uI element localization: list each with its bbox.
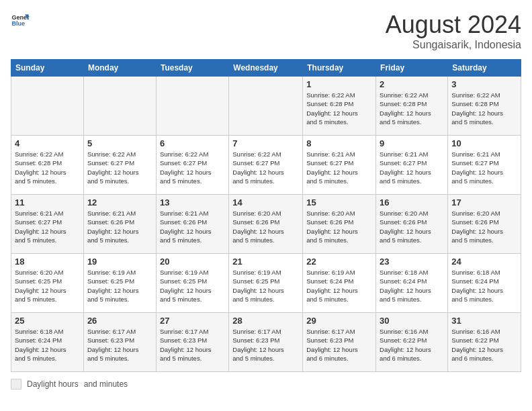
day-info: Sunrise: 6:22 AMSunset: 6:28 PMDaylight:…	[380, 91, 444, 126]
day-cell: 23Sunrise: 6:18 AMSunset: 6:24 PMDayligh…	[376, 254, 448, 313]
header-cell-saturday: Saturday	[448, 60, 521, 77]
day-cell: 17Sunrise: 6:20 AMSunset: 6:26 PMDayligh…	[448, 195, 521, 254]
footer-label1: Daylight hours	[27, 379, 79, 389]
day-cell: 8Sunrise: 6:21 AMSunset: 6:27 PMDaylight…	[303, 136, 376, 195]
day-number: 16	[380, 197, 444, 208]
day-cell: 12Sunrise: 6:21 AMSunset: 6:26 PMDayligh…	[83, 195, 156, 254]
day-cell: 13Sunrise: 6:21 AMSunset: 6:26 PMDayligh…	[156, 195, 228, 254]
day-cell: 24Sunrise: 6:18 AMSunset: 6:24 PMDayligh…	[448, 254, 521, 313]
logo: General Blue	[11, 11, 30, 30]
week-row-4: 18Sunrise: 6:20 AMSunset: 6:25 PMDayligh…	[11, 254, 521, 313]
day-number: 21	[232, 257, 299, 267]
day-info: Sunrise: 6:18 AMSunset: 6:24 PMDaylight:…	[15, 327, 80, 363]
day-cell: 29Sunrise: 6:17 AMSunset: 6:23 PMDayligh…	[303, 313, 376, 372]
day-info: Sunrise: 6:20 AMSunset: 6:26 PMDaylight:…	[380, 209, 444, 244]
day-info: Sunrise: 6:18 AMSunset: 6:24 PMDaylight:…	[380, 268, 444, 304]
week-row-2: 4Sunrise: 6:22 AMSunset: 6:28 PMDaylight…	[11, 136, 521, 195]
day-cell: 1Sunrise: 6:22 AMSunset: 6:28 PMDaylight…	[303, 77, 376, 136]
day-cell: 28Sunrise: 6:17 AMSunset: 6:23 PMDayligh…	[229, 313, 303, 372]
header-cell-friday: Friday	[376, 60, 448, 77]
day-cell: 5Sunrise: 6:22 AMSunset: 6:27 PMDaylight…	[83, 136, 156, 195]
day-info: Sunrise: 6:21 AMSunset: 6:26 PMDaylight:…	[87, 209, 152, 244]
calendar-title: August 2024	[386, 11, 521, 39]
day-cell: 30Sunrise: 6:16 AMSunset: 6:22 PMDayligh…	[376, 313, 448, 372]
day-cell: 18Sunrise: 6:20 AMSunset: 6:25 PMDayligh…	[11, 254, 84, 313]
day-info: Sunrise: 6:22 AMSunset: 6:27 PMDaylight:…	[160, 150, 225, 185]
day-info: Sunrise: 6:17 AMSunset: 6:23 PMDaylight:…	[87, 327, 152, 363]
day-info: Sunrise: 6:22 AMSunset: 6:27 PMDaylight:…	[232, 150, 299, 185]
day-number: 29	[306, 316, 372, 326]
day-cell: 20Sunrise: 6:19 AMSunset: 6:25 PMDayligh…	[156, 254, 228, 313]
header: General Blue August 2024 Sungaisarik, In…	[11, 11, 521, 51]
day-info: Sunrise: 6:21 AMSunset: 6:27 PMDaylight:…	[451, 150, 517, 185]
day-info: Sunrise: 6:17 AMSunset: 6:23 PMDaylight:…	[232, 327, 299, 363]
day-number: 13	[160, 197, 225, 208]
day-info: Sunrise: 6:22 AMSunset: 6:27 PMDaylight:…	[87, 150, 152, 185]
day-info: Sunrise: 6:20 AMSunset: 6:26 PMDaylight:…	[232, 209, 299, 244]
day-number: 5	[87, 138, 152, 148]
day-number: 14	[232, 197, 299, 208]
day-number: 4	[15, 138, 80, 148]
day-cell: 26Sunrise: 6:17 AMSunset: 6:23 PMDayligh…	[83, 313, 156, 372]
day-cell: 16Sunrise: 6:20 AMSunset: 6:26 PMDayligh…	[376, 195, 448, 254]
day-number: 8	[306, 138, 372, 148]
day-info: Sunrise: 6:21 AMSunset: 6:26 PMDaylight:…	[160, 209, 225, 244]
day-cell: 21Sunrise: 6:19 AMSunset: 6:25 PMDayligh…	[229, 254, 303, 313]
day-cell: 14Sunrise: 6:20 AMSunset: 6:26 PMDayligh…	[229, 195, 303, 254]
day-info: Sunrise: 6:17 AMSunset: 6:23 PMDaylight:…	[160, 327, 225, 363]
day-cell: 31Sunrise: 6:16 AMSunset: 6:22 PMDayligh…	[448, 313, 521, 372]
header-row: SundayMondayTuesdayWednesdayThursdayFrid…	[11, 60, 521, 77]
day-number: 11	[15, 197, 80, 208]
day-info: Sunrise: 6:19 AMSunset: 6:24 PMDaylight:…	[306, 268, 372, 304]
day-number: 17	[451, 197, 517, 208]
day-cell	[156, 77, 228, 136]
day-cell: 4Sunrise: 6:22 AMSunset: 6:28 PMDaylight…	[11, 136, 84, 195]
footer-label2: and minutes	[84, 379, 128, 389]
day-number: 31	[451, 316, 517, 326]
day-number: 28	[232, 316, 299, 326]
day-cell: 9Sunrise: 6:21 AMSunset: 6:27 PMDaylight…	[376, 136, 448, 195]
day-info: Sunrise: 6:18 AMSunset: 6:24 PMDaylight:…	[451, 268, 517, 304]
day-info: Sunrise: 6:20 AMSunset: 6:26 PMDaylight:…	[451, 209, 517, 244]
day-number: 7	[232, 138, 299, 148]
day-cell: 19Sunrise: 6:19 AMSunset: 6:25 PMDayligh…	[83, 254, 156, 313]
header-cell-thursday: Thursday	[303, 60, 376, 77]
header-cell-monday: Monday	[83, 60, 156, 77]
day-cell	[83, 77, 156, 136]
day-info: Sunrise: 6:20 AMSunset: 6:26 PMDaylight:…	[306, 209, 372, 244]
day-number: 10	[451, 138, 517, 148]
day-number: 9	[380, 138, 444, 148]
day-cell: 22Sunrise: 6:19 AMSunset: 6:24 PMDayligh…	[303, 254, 376, 313]
header-cell-sunday: Sunday	[11, 60, 84, 77]
week-row-5: 25Sunrise: 6:18 AMSunset: 6:24 PMDayligh…	[11, 313, 521, 372]
day-cell	[229, 77, 303, 136]
day-info: Sunrise: 6:22 AMSunset: 6:28 PMDaylight:…	[15, 150, 80, 185]
day-info: Sunrise: 6:22 AMSunset: 6:28 PMDaylight:…	[451, 91, 517, 126]
day-info: Sunrise: 6:21 AMSunset: 6:27 PMDaylight:…	[306, 150, 372, 185]
day-number: 18	[15, 257, 80, 267]
day-number: 27	[160, 316, 225, 326]
day-info: Sunrise: 6:22 AMSunset: 6:28 PMDaylight:…	[306, 91, 372, 126]
day-number: 19	[87, 257, 152, 267]
day-cell: 7Sunrise: 6:22 AMSunset: 6:27 PMDaylight…	[229, 136, 303, 195]
svg-text:Blue: Blue	[11, 20, 25, 27]
day-cell: 3Sunrise: 6:22 AMSunset: 6:28 PMDaylight…	[448, 77, 521, 136]
footer: Daylight hours and minutes	[11, 379, 521, 390]
day-cell: 27Sunrise: 6:17 AMSunset: 6:23 PMDayligh…	[156, 313, 228, 372]
day-info: Sunrise: 6:19 AMSunset: 6:25 PMDaylight:…	[87, 268, 152, 304]
day-number: 23	[380, 257, 444, 267]
day-cell: 11Sunrise: 6:21 AMSunset: 6:27 PMDayligh…	[11, 195, 84, 254]
day-cell: 25Sunrise: 6:18 AMSunset: 6:24 PMDayligh…	[11, 313, 84, 372]
footer-box	[11, 379, 21, 390]
day-number: 24	[451, 257, 517, 267]
day-number: 25	[15, 316, 80, 326]
day-cell: 2Sunrise: 6:22 AMSunset: 6:28 PMDaylight…	[376, 77, 448, 136]
header-cell-wednesday: Wednesday	[229, 60, 303, 77]
week-row-1: 1Sunrise: 6:22 AMSunset: 6:28 PMDaylight…	[11, 77, 521, 136]
logo-icon: General Blue	[11, 11, 30, 30]
calendar-table: SundayMondayTuesdayWednesdayThursdayFrid…	[11, 59, 521, 372]
day-cell: 10Sunrise: 6:21 AMSunset: 6:27 PMDayligh…	[448, 136, 521, 195]
day-number: 2	[380, 79, 444, 89]
day-number: 26	[87, 316, 152, 326]
day-number: 6	[160, 138, 225, 148]
